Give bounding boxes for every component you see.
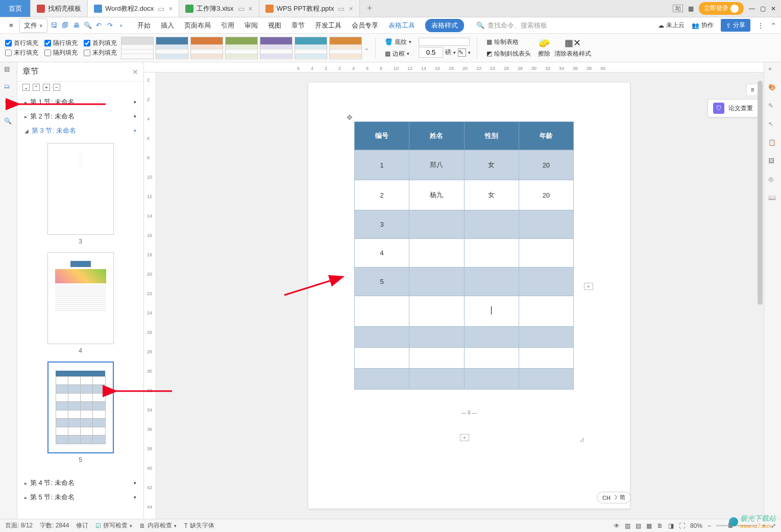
menu-view[interactable]: 视图 (268, 19, 281, 32)
vertical-scrollbar[interactable] (758, 81, 763, 512)
layout-icon[interactable]: 3▯ (673, 5, 683, 12)
view-page-icon[interactable]: ▥ (625, 522, 630, 529)
edit-panel-icon[interactable]: ✎ (768, 102, 777, 111)
read-icon[interactable]: 📖 (768, 194, 777, 203)
tab-word-doc[interactable]: Word教程2.docx▭× (88, 0, 179, 17)
page-thumbnail[interactable] (47, 252, 114, 344)
shading-button[interactable]: 🪣底纹▾ (382, 37, 414, 47)
select-panel-icon[interactable]: ⌖ (768, 65, 777, 75)
table-row[interactable]: 4 (355, 239, 574, 268)
close-icon[interactable]: × (349, 5, 353, 13)
document-page[interactable]: ✥ 编号 姓名 性别 年龄 1郑八女20 2杨九女20 3 4 5 (308, 83, 630, 509)
save-as-icon[interactable]: 🗐 (61, 21, 70, 30)
opt-alt-row[interactable]: 隔行填充 (44, 39, 78, 47)
tab-menu-icon[interactable]: ▭ (158, 5, 164, 13)
picture-icon[interactable]: 🖼 (768, 157, 777, 166)
style-swatch[interactable] (260, 37, 292, 59)
table-header[interactable]: 姓名 (409, 122, 464, 150)
zoom-level[interactable]: 80% (690, 522, 702, 529)
table-header[interactable]: 年龄 (519, 122, 573, 150)
print-preview-icon[interactable]: 🔍 (83, 21, 92, 30)
menu-start[interactable]: 开始 (137, 19, 151, 32)
menu-insert[interactable]: 插入 (161, 19, 174, 32)
apps-icon[interactable]: ▦ (688, 5, 694, 12)
file-menu[interactable]: 文件∨ (19, 18, 47, 33)
expand-all-icon[interactable]: ⌄ (22, 84, 30, 91)
menu-dev[interactable]: 开发工具 (315, 19, 341, 32)
view-web-icon[interactable]: ▦ (646, 522, 652, 529)
horizontal-ruler[interactable]: 642246810121416182022242628303234363840 (144, 62, 764, 72)
menu-review[interactable]: 审阅 (245, 19, 258, 32)
draw-table-button[interactable]: ▦绘制表格 (483, 37, 534, 47)
collapse-ribbon-icon[interactable]: ⌃ (771, 22, 776, 29)
page-thumbnail[interactable] (47, 361, 114, 453)
redo-icon[interactable]: ↷ (106, 21, 115, 30)
content-check[interactable]: 🗎内容检查▾ (139, 521, 177, 530)
word-count[interactable]: 字数: 2844 (40, 521, 69, 530)
undo-icon[interactable]: ↶ (94, 21, 104, 30)
nav-item[interactable]: ▸第 2 节: 未命名▾ (17, 109, 143, 124)
nav-item[interactable]: ▸第 1 节: 未命名▾ (17, 95, 143, 109)
menu-member[interactable]: 会员专享 (352, 19, 378, 32)
missing-font[interactable]: T缺失字体 (184, 521, 214, 530)
erase-label[interactable]: 擦除 (538, 50, 550, 58)
menu-table-style[interactable]: 表格样式 (425, 19, 464, 32)
view-read-icon[interactable]: 🗎 (657, 522, 663, 529)
remove-section-icon[interactable]: − (53, 84, 60, 91)
spell-check[interactable]: ☑拼写检查▾ (95, 521, 132, 530)
tab-template[interactable]: 找稻壳模板 (31, 0, 88, 17)
add-section-icon[interactable]: + (43, 84, 50, 91)
style-swatch[interactable] (225, 37, 258, 59)
style-swatch[interactable] (329, 37, 362, 59)
table-move-handle[interactable]: ✥ (347, 113, 353, 122)
table-row[interactable]: 5 (355, 268, 574, 296)
add-column-handle[interactable]: + (584, 283, 593, 290)
clear-style-icon[interactable]: ▦✕ (565, 37, 581, 49)
vertical-ruler[interactable]: 2246810121416182022242628303234363840424… (144, 72, 156, 519)
table-row[interactable] (355, 348, 574, 369)
tab-home[interactable]: 首页 (0, 0, 31, 17)
close-icon[interactable]: × (168, 5, 173, 13)
tab-menu-icon[interactable]: ▭ (338, 5, 345, 13)
ruler-toggle-icon[interactable]: ◨ (668, 522, 674, 529)
table-row[interactable]: 3 (355, 210, 574, 239)
window-close[interactable]: ✕ (771, 5, 776, 12)
table-row[interactable] (355, 369, 574, 390)
collapse-all-icon[interactable]: ⌃ (33, 84, 40, 91)
save-icon[interactable]: 🖫 (50, 21, 59, 30)
opt-alt-col[interactable]: 隔列填充 (44, 49, 78, 57)
window-minimize[interactable]: — (749, 5, 755, 12)
zoom-fit-icon[interactable]: ⛶ (679, 522, 685, 529)
style-swatch[interactable] (295, 37, 327, 59)
track-changes[interactable]: 修订 (76, 521, 88, 530)
page-thumbnail[interactable]: · · · · ·· · · ·· · ·· · · · ·· · ·· · ·… (47, 143, 114, 235)
draw-diagonal-button[interactable]: ◩绘制斜线表头 (483, 49, 534, 59)
table-row[interactable]: 2杨九女20 (355, 180, 574, 210)
find-icon[interactable]: 🔍 (4, 117, 13, 127)
table-row[interactable] (355, 296, 574, 327)
pointer-icon[interactable]: ↖ (768, 120, 777, 130)
nav-item[interactable]: ▸第 5 节: 未命名▾ (17, 490, 143, 504)
coop-button[interactable]: 👥协作 (692, 21, 714, 30)
nav-close-icon[interactable]: ✕ (132, 68, 138, 76)
command-search[interactable]: 🔍 查找命令、搜索模板 (476, 21, 547, 30)
menu-table-tool[interactable]: 表格工具 (388, 19, 415, 32)
ime-indicator[interactable]: CH ☽简 (597, 492, 631, 503)
eye-icon[interactable]: 👁 (614, 522, 620, 529)
view-outline-icon[interactable]: ▤ (636, 522, 641, 529)
border-button[interactable]: ▦边框▾ (382, 49, 414, 59)
add-row-handle[interactable]: + (460, 434, 469, 441)
pen-color-icon[interactable]: ✎ (458, 49, 466, 57)
menu-reference[interactable]: 引用 (221, 19, 234, 32)
login-button[interactable]: 立即登录 (699, 2, 744, 15)
bookmark-icon[interactable]: 🔖 (4, 100, 13, 109)
opt-first-row[interactable]: 首行填充 (5, 39, 38, 47)
table-row[interactable]: 1郑八女20 (355, 150, 574, 180)
opt-first-col[interactable]: 首列填充 (84, 39, 117, 47)
location-icon[interactable]: ◎ (768, 176, 777, 185)
style-swatch[interactable] (121, 37, 154, 59)
opt-last-col[interactable]: 末列填充 (84, 49, 117, 57)
opt-last-row[interactable]: 末行填充 (5, 49, 38, 57)
table-style-gallery[interactable]: ⌄ (121, 37, 369, 59)
document-table[interactable]: 编号 姓名 性别 年龄 1郑八女20 2杨九女20 3 4 5 (354, 122, 574, 390)
